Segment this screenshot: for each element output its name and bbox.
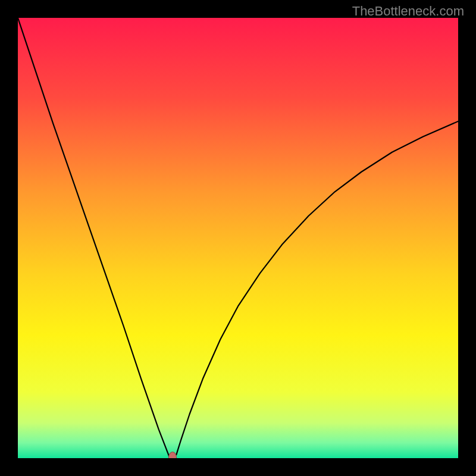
watermark-text: TheBottleneck.com [352, 4, 464, 19]
plot-area [18, 18, 458, 458]
bottleneck-curve [18, 18, 458, 458]
plot-inner [18, 18, 458, 458]
